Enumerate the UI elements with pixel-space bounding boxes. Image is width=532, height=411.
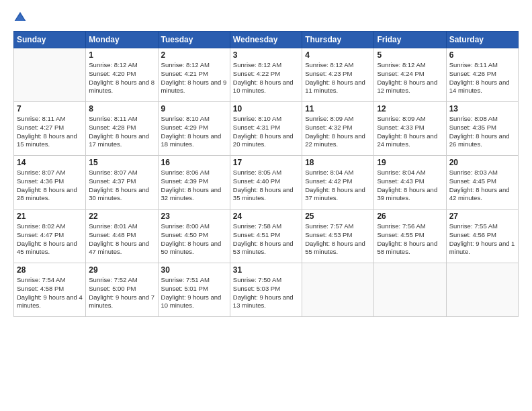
calendar-week-row: 21Sunrise: 8:02 AMSunset: 4:47 PMDayligh… <box>14 210 519 263</box>
calendar-cell: 24Sunrise: 7:58 AMSunset: 4:51 PMDayligh… <box>230 210 302 263</box>
calendar-cell: 6Sunrise: 8:11 AMSunset: 4:26 PMDaylight… <box>446 48 518 102</box>
day-number: 17 <box>233 158 299 167</box>
day-number: 6 <box>449 50 515 60</box>
weekday-header-row: SundayMondayTuesdayWednesdayThursdayFrid… <box>14 32 519 48</box>
day-info: Sunrise: 8:07 AMSunset: 4:37 PMDaylight:… <box>89 169 154 203</box>
calendar-week-row: 1Sunrise: 8:12 AMSunset: 4:20 PMDaylight… <box>14 48 519 102</box>
day-number: 26 <box>377 212 443 221</box>
day-info: Sunrise: 8:11 AMSunset: 4:28 PMDaylight:… <box>89 115 154 149</box>
day-info: Sunrise: 8:00 AMSunset: 4:50 PMDaylight:… <box>161 222 227 257</box>
calendar-cell: 30Sunrise: 7:51 AMSunset: 5:01 PMDayligh… <box>158 263 230 317</box>
day-number: 2 <box>161 50 227 60</box>
calendar-cell: 17Sunrise: 8:05 AMSunset: 4:40 PMDayligh… <box>230 156 302 210</box>
header <box>13 11 519 24</box>
day-number: 7 <box>17 104 83 113</box>
calendar-cell: 19Sunrise: 8:04 AMSunset: 4:43 PMDayligh… <box>374 156 446 210</box>
day-info: Sunrise: 8:03 AMSunset: 4:45 PMDaylight:… <box>449 169 515 203</box>
day-number: 24 <box>233 212 299 221</box>
day-info: Sunrise: 8:12 AMSunset: 4:24 PMDaylight:… <box>377 61 443 95</box>
day-number: 18 <box>305 158 371 167</box>
calendar-cell <box>446 263 518 317</box>
calendar-cell: 22Sunrise: 8:01 AMSunset: 4:48 PMDayligh… <box>86 210 158 263</box>
calendar-cell: 14Sunrise: 8:07 AMSunset: 4:36 PMDayligh… <box>14 156 86 210</box>
calendar-cell: 3Sunrise: 8:12 AMSunset: 4:22 PMDaylight… <box>230 48 302 102</box>
day-number: 21 <box>17 212 83 221</box>
calendar-cell: 9Sunrise: 8:10 AMSunset: 4:29 PMDaylight… <box>158 102 230 156</box>
calendar-cell: 31Sunrise: 7:50 AMSunset: 5:03 PMDayligh… <box>230 263 302 317</box>
calendar-week-row: 14Sunrise: 8:07 AMSunset: 4:36 PMDayligh… <box>14 156 519 210</box>
day-number: 12 <box>377 104 443 113</box>
day-number: 4 <box>305 50 371 60</box>
calendar-cell: 13Sunrise: 8:08 AMSunset: 4:35 PMDayligh… <box>446 102 518 156</box>
day-info: Sunrise: 8:11 AMSunset: 4:27 PMDaylight:… <box>17 115 83 149</box>
calendar-cell: 25Sunrise: 7:57 AMSunset: 4:53 PMDayligh… <box>302 210 374 263</box>
calendar-cell: 1Sunrise: 8:12 AMSunset: 4:20 PMDaylight… <box>86 48 158 102</box>
logo-icon <box>13 11 27 24</box>
day-info: Sunrise: 8:12 AMSunset: 4:20 PMDaylight:… <box>89 61 154 95</box>
day-info: Sunrise: 8:09 AMSunset: 4:33 PMDaylight:… <box>377 115 443 149</box>
calendar-cell: 8Sunrise: 8:11 AMSunset: 4:28 PMDaylight… <box>86 102 158 156</box>
calendar-cell: 7Sunrise: 8:11 AMSunset: 4:27 PMDaylight… <box>14 102 86 156</box>
day-info: Sunrise: 7:56 AMSunset: 4:55 PMDaylight:… <box>377 222 443 257</box>
weekday-header: Thursday <box>302 32 374 48</box>
calendar-cell <box>374 263 446 317</box>
calendar-cell: 2Sunrise: 8:12 AMSunset: 4:21 PMDaylight… <box>158 48 230 102</box>
weekday-header: Wednesday <box>230 32 302 48</box>
calendar-cell: 4Sunrise: 8:12 AMSunset: 4:23 PMDaylight… <box>302 48 374 102</box>
day-info: Sunrise: 8:10 AMSunset: 4:31 PMDaylight:… <box>233 115 299 149</box>
day-info: Sunrise: 8:10 AMSunset: 4:29 PMDaylight:… <box>161 115 227 149</box>
day-number: 1 <box>89 50 154 60</box>
day-info: Sunrise: 8:06 AMSunset: 4:39 PMDaylight:… <box>161 169 227 203</box>
weekday-header: Monday <box>86 32 158 48</box>
day-info: Sunrise: 8:01 AMSunset: 4:48 PMDaylight:… <box>89 222 154 257</box>
day-info: Sunrise: 8:02 AMSunset: 4:47 PMDaylight:… <box>17 222 83 257</box>
calendar-table: SundayMondayTuesdayWednesdayThursdayFrid… <box>13 31 519 317</box>
day-number: 25 <box>305 212 371 221</box>
day-number: 31 <box>233 265 299 275</box>
day-info: Sunrise: 8:04 AMSunset: 4:43 PMDaylight:… <box>377 169 443 203</box>
calendar-cell: 28Sunrise: 7:54 AMSunset: 4:58 PMDayligh… <box>14 263 86 317</box>
day-number: 22 <box>89 212 154 221</box>
day-info: Sunrise: 7:55 AMSunset: 4:56 PMDaylight:… <box>449 222 515 257</box>
logo <box>13 11 32 24</box>
day-info: Sunrise: 8:11 AMSunset: 4:26 PMDaylight:… <box>449 61 515 95</box>
day-info: Sunrise: 8:12 AMSunset: 4:21 PMDaylight:… <box>161 61 227 95</box>
day-number: 29 <box>89 265 154 275</box>
calendar-cell: 23Sunrise: 8:00 AMSunset: 4:50 PMDayligh… <box>158 210 230 263</box>
calendar-cell: 26Sunrise: 7:56 AMSunset: 4:55 PMDayligh… <box>374 210 446 263</box>
day-number: 27 <box>449 212 515 221</box>
day-number: 5 <box>377 50 443 60</box>
day-info: Sunrise: 8:12 AMSunset: 4:22 PMDaylight:… <box>233 61 299 95</box>
day-number: 10 <box>233 104 299 113</box>
day-info: Sunrise: 8:07 AMSunset: 4:36 PMDaylight:… <box>17 169 83 203</box>
day-number: 9 <box>161 104 227 113</box>
page: SundayMondayTuesdayWednesdayThursdayFrid… <box>0 0 532 411</box>
calendar-cell <box>14 48 86 102</box>
day-info: Sunrise: 8:09 AMSunset: 4:32 PMDaylight:… <box>305 115 371 149</box>
day-info: Sunrise: 7:57 AMSunset: 4:53 PMDaylight:… <box>305 222 371 257</box>
day-number: 14 <box>17 158 83 167</box>
day-info: Sunrise: 7:50 AMSunset: 5:03 PMDaylight:… <box>233 276 299 310</box>
day-info: Sunrise: 7:52 AMSunset: 5:00 PMDaylight:… <box>89 276 154 310</box>
calendar-cell <box>302 263 374 317</box>
day-number: 8 <box>89 104 154 113</box>
weekday-header: Sunday <box>14 32 86 48</box>
day-number: 23 <box>161 212 227 221</box>
calendar-week-row: 28Sunrise: 7:54 AMSunset: 4:58 PMDayligh… <box>14 263 519 317</box>
day-number: 11 <box>305 104 371 113</box>
weekday-header: Friday <box>374 32 446 48</box>
day-number: 28 <box>17 265 83 275</box>
day-number: 13 <box>449 104 515 113</box>
calendar-cell: 20Sunrise: 8:03 AMSunset: 4:45 PMDayligh… <box>446 156 518 210</box>
day-info: Sunrise: 8:12 AMSunset: 4:23 PMDaylight:… <box>305 61 371 95</box>
day-info: Sunrise: 7:58 AMSunset: 4:51 PMDaylight:… <box>233 222 299 257</box>
calendar-cell: 5Sunrise: 8:12 AMSunset: 4:24 PMDaylight… <box>374 48 446 102</box>
day-info: Sunrise: 7:51 AMSunset: 5:01 PMDaylight:… <box>161 276 227 310</box>
weekday-header: Saturday <box>446 32 518 48</box>
day-number: 19 <box>377 158 443 167</box>
day-number: 30 <box>161 265 227 275</box>
calendar-cell: 16Sunrise: 8:06 AMSunset: 4:39 PMDayligh… <box>158 156 230 210</box>
calendar-week-row: 7Sunrise: 8:11 AMSunset: 4:27 PMDaylight… <box>14 102 519 156</box>
day-number: 15 <box>89 158 154 167</box>
calendar-cell: 29Sunrise: 7:52 AMSunset: 5:00 PMDayligh… <box>86 263 158 317</box>
